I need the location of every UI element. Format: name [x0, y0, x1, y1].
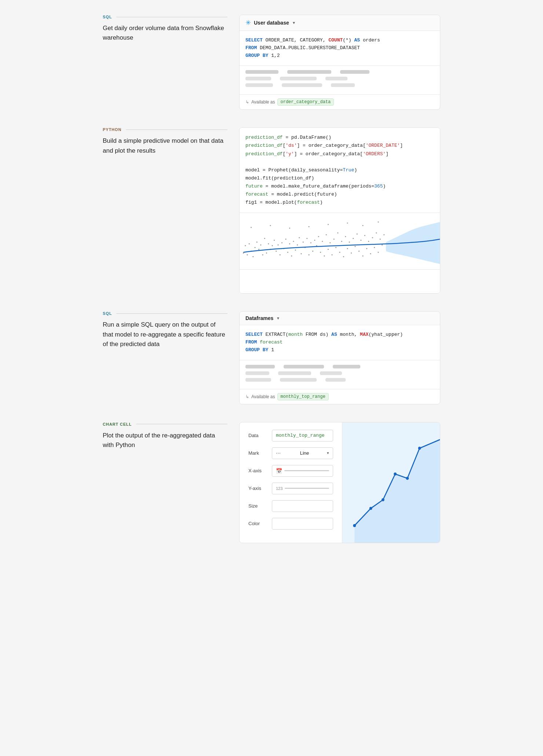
- table-cell: [331, 83, 355, 87]
- mark-icon: ⋯: [276, 450, 281, 456]
- panel-title-dataframes: Dataframes: [245, 315, 273, 321]
- form-input-yaxis[interactable]: 123: [272, 483, 333, 494]
- xaxis-slider: [284, 470, 329, 471]
- py-line-3: prediction_df['y'] = order_category_data…: [245, 150, 434, 158]
- section-description-sql-2: Run a simple SQL query on the output of …: [103, 320, 227, 349]
- svg-point-62: [360, 240, 361, 241]
- chevron-down-icon: ▾: [277, 316, 279, 321]
- svg-point-72: [380, 239, 381, 240]
- svg-point-82: [378, 222, 379, 223]
- form-label-yaxis: Y-axis: [248, 486, 267, 491]
- table-cell: [245, 77, 271, 80]
- table-cell: [245, 371, 269, 375]
- svg-point-87: [382, 498, 385, 501]
- form-label-size: Size: [248, 503, 267, 509]
- mark-value: Line: [300, 450, 309, 456]
- svg-point-17: [274, 240, 275, 241]
- table-cell: [282, 83, 322, 87]
- table-cell: [245, 365, 275, 368]
- svg-point-77: [289, 228, 290, 229]
- svg-point-34: [306, 238, 307, 239]
- table-placeholder-sql-2: [240, 360, 440, 389]
- section-sql-1: SQL Get daily order volume data from Sno…: [103, 15, 440, 110]
- py-var: prediction_df: [245, 151, 283, 157]
- section-label-sql-2: SQL: [103, 311, 227, 316]
- code-line-3: GROUP BY 1,2: [245, 52, 434, 60]
- available-as-row-sql-1: ↳ Available as order_category_data: [240, 94, 440, 109]
- svg-point-13: [266, 252, 267, 254]
- svg-point-74: [383, 234, 385, 235]
- chart-preview: [342, 422, 440, 543]
- svg-point-75: [251, 227, 252, 228]
- form-label-data: Data: [248, 433, 267, 438]
- kw-count: COUNT: [328, 37, 343, 43]
- svg-point-29: [297, 244, 298, 246]
- py-var: prediction_df: [245, 135, 283, 140]
- panel-title-sql-1: User database: [254, 20, 289, 26]
- svg-point-53: [343, 256, 344, 257]
- svg-point-36: [310, 242, 311, 243]
- form-row-size: Size: [248, 500, 333, 512]
- section-python-1: PYTHON Build a simple predictive model o…: [103, 127, 440, 294]
- py-line-8: fig1 = model.plot(forecast): [245, 199, 434, 207]
- svg-point-16: [272, 245, 273, 246]
- label-text-sql-1: SQL: [103, 15, 112, 19]
- calendar-icon: 📅: [276, 468, 282, 474]
- group-cols: 1,2: [271, 53, 280, 58]
- svg-point-89: [406, 477, 409, 480]
- svg-point-3: [247, 254, 248, 255]
- svg-point-12: [264, 238, 265, 239]
- svg-point-46: [329, 242, 331, 243]
- section-sql-2: SQL Run a simple SQL query on the output…: [103, 311, 440, 404]
- svg-point-20: [280, 254, 281, 255]
- alias-orders: orders: [363, 37, 380, 43]
- yaxis-slider: [285, 488, 329, 489]
- table-cell: [333, 365, 360, 368]
- chevron-down-icon: ▾: [327, 451, 329, 455]
- plot-svg: [240, 213, 440, 293]
- dataframes-header[interactable]: Dataframes ▾: [240, 312, 440, 325]
- label-line: [126, 130, 227, 130]
- svg-point-50: [337, 232, 338, 233]
- chart-preview-svg: [342, 422, 440, 543]
- kw-groupby: GROUP BY: [245, 53, 271, 58]
- svg-point-61: [358, 251, 360, 252]
- py-line-7: forecast = model.predict(future): [245, 190, 434, 199]
- py-line-2: prediction_df['ds'] = order_category_dat…: [245, 142, 434, 150]
- svg-point-60: [357, 233, 358, 235]
- snowflake-icon: ✳: [245, 19, 251, 27]
- code-panel-sql-2: Dataframes ▾ SELECT EXTRACT(month FROM d…: [239, 311, 440, 404]
- label-text-sql-2: SQL: [103, 311, 112, 316]
- sql2-line-2: FROM forecast: [245, 339, 434, 346]
- available-as-badge-sql-2: monthly_top_range: [277, 393, 329, 400]
- svg-point-28: [295, 250, 296, 251]
- form-select-mark[interactable]: ⋯ Line ▾: [272, 447, 333, 459]
- section-description-python-1: Build a simple predictive model on that …: [103, 136, 227, 156]
- chart-form: Data monthly_top_range Mark ⋯ Line ▾: [240, 422, 342, 543]
- py-line-4: model = Prophet(daily_seasonality=True): [245, 166, 434, 174]
- sql2-line-3: GROUP BY 1: [245, 346, 434, 354]
- col-names: ORDER_DATE, CATEGORY,: [266, 37, 329, 43]
- form-label-mark: Mark: [248, 450, 267, 456]
- available-as-label: Available as: [251, 394, 275, 399]
- svg-point-69: [374, 247, 375, 248]
- form-row-data: Data monthly_top_range: [248, 430, 333, 441]
- svg-point-71: [378, 252, 379, 253]
- code-panel-header-sql-1[interactable]: ✳ User database ▾: [240, 15, 440, 31]
- svg-point-45: [328, 249, 329, 250]
- form-input-data[interactable]: monthly_top_range: [272, 430, 333, 441]
- form-input-xaxis[interactable]: 📅: [272, 465, 333, 477]
- svg-point-26: [291, 255, 292, 257]
- svg-point-80: [347, 223, 348, 224]
- svg-point-78: [308, 226, 309, 228]
- number-icon: 123: [276, 486, 283, 491]
- svg-point-81: [362, 225, 363, 226]
- form-input-size[interactable]: [272, 500, 333, 512]
- svg-point-40: [318, 236, 319, 237]
- svg-point-76: [270, 225, 271, 226]
- arrow-icon: ↳: [245, 99, 249, 105]
- svg-point-88: [394, 472, 397, 475]
- table-cell: [278, 371, 311, 375]
- section-left-sql-2: SQL Run a simple SQL query on the output…: [103, 311, 227, 349]
- form-input-color[interactable]: [272, 518, 333, 530]
